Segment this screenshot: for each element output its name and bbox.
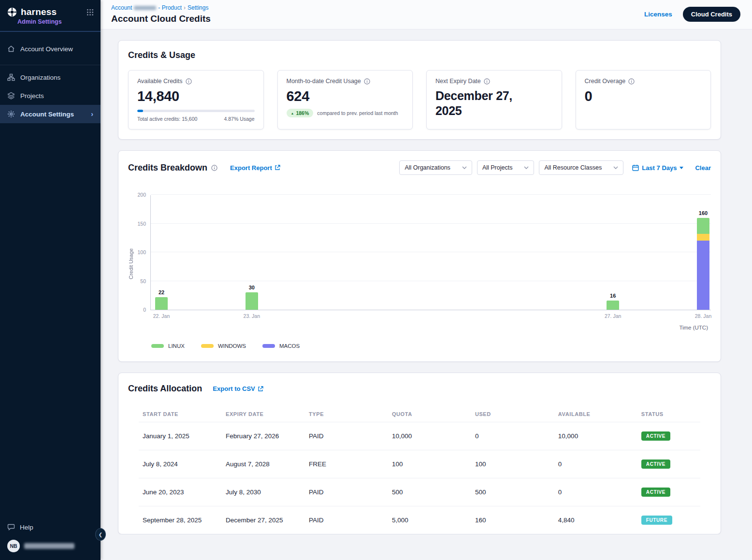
column-header: TYPE bbox=[305, 406, 388, 422]
mtd-usage-card: Month-to-date Credit Usage 624 ▲186% com… bbox=[277, 70, 413, 129]
info-icon[interactable] bbox=[484, 78, 490, 85]
available-credits-value: 14,840 bbox=[137, 88, 255, 104]
x-tick-label: 22. Jan bbox=[153, 313, 170, 319]
y-tick-label: 0 bbox=[143, 307, 146, 313]
column-header: AVAILABLE bbox=[554, 406, 637, 422]
breadcrumb-settings-link[interactable]: Settings bbox=[188, 4, 208, 11]
credits-allocation-title: Credits Allocation bbox=[128, 384, 202, 394]
allocation-table-body: January 1, 2025February 27, 2026PAID10,0… bbox=[139, 422, 700, 534]
chevron-down-icon bbox=[613, 166, 618, 169]
table-cell: 10,000 bbox=[554, 422, 637, 450]
table-cell: January 1, 2025 bbox=[139, 422, 222, 450]
sidebar-item-account-overview[interactable]: Account Overview bbox=[0, 40, 101, 58]
breadcrumb-separator: › bbox=[184, 4, 186, 11]
chart-bars: 2222. Jan3023. Jan1627. Jan16028. Jan bbox=[161, 195, 703, 310]
sidebar-item-label: Account Overview bbox=[20, 45, 73, 53]
external-link-icon bbox=[275, 165, 280, 171]
table-cell: 10,000 bbox=[388, 422, 471, 450]
table-cell: February 27, 2026 bbox=[222, 422, 305, 450]
credits-breakdown-chart: Credit Usage 050100150200 2222. Jan3023.… bbox=[128, 195, 711, 330]
bar-value-label: 16 bbox=[610, 293, 616, 299]
x-axis-label: Time (UTC) bbox=[150, 325, 711, 330]
breadcrumb-product-link[interactable]: - Product bbox=[158, 4, 182, 11]
bar-segment-macos bbox=[697, 241, 709, 310]
external-link-icon bbox=[258, 386, 263, 392]
sidebar-item-label: Account Settings bbox=[20, 111, 74, 118]
credits-usage-title: Credits & Usage bbox=[128, 50, 711, 60]
chart-bar-group[interactable]: 22 bbox=[155, 289, 168, 310]
y-axis-ticks: 050100150200 bbox=[134, 195, 150, 310]
caret-down-icon bbox=[680, 167, 683, 169]
cloud-credits-tab[interactable]: Cloud Credits bbox=[683, 7, 740, 22]
trend-badge: ▲186% bbox=[287, 109, 314, 117]
organizations-filter-select[interactable]: All Organizations bbox=[399, 160, 472, 175]
chart-bar-group[interactable]: 30 bbox=[246, 285, 258, 310]
sidebar-collapse-handle[interactable]: ❮ bbox=[95, 528, 106, 541]
gridline bbox=[151, 194, 711, 195]
next-expiry-label: Next Expiry Date bbox=[435, 78, 481, 85]
x-tick-label: 27. Jan bbox=[605, 313, 621, 319]
legend-item[interactable]: MACOS bbox=[262, 343, 300, 349]
table-cell: 0 bbox=[471, 422, 554, 450]
credits-usage-card: Credits & Usage Available Credits 14,840 bbox=[118, 40, 721, 140]
sidebar-item-label: Projects bbox=[20, 92, 44, 100]
chart-bar-group[interactable]: 16 bbox=[607, 293, 619, 310]
legend-swatch bbox=[201, 344, 214, 348]
usage-percent: 4.87% Usage bbox=[224, 116, 254, 122]
status-badge: ACTIVE bbox=[641, 431, 670, 441]
legend-item[interactable]: LINUX bbox=[151, 343, 185, 349]
table-cell: 0 bbox=[554, 450, 637, 478]
table-cell: PAID bbox=[305, 478, 388, 506]
y-axis-label: Credit Usage bbox=[128, 195, 134, 310]
table-cell: 160 bbox=[471, 506, 554, 534]
sidebar-item-organizations[interactable]: Organizations bbox=[0, 68, 101, 86]
table-row: June 20, 2023July 8, 2030PAID5005000ACTI… bbox=[139, 478, 700, 506]
legend-item[interactable]: WINDOWS bbox=[201, 343, 246, 349]
help-chat-icon bbox=[7, 523, 15, 531]
clear-filters-button[interactable]: Clear bbox=[695, 164, 711, 172]
legend-swatch bbox=[151, 344, 164, 348]
table-cell: FREE bbox=[305, 450, 388, 478]
licenses-tab[interactable]: Licenses bbox=[644, 11, 672, 18]
table-row: January 1, 2025February 27, 2026PAID10,0… bbox=[139, 422, 700, 450]
resource-classes-filter-select[interactable]: All Resource Classes bbox=[539, 160, 623, 175]
table-cell: December 27, 2025 bbox=[222, 506, 305, 534]
column-header: USED bbox=[471, 406, 554, 422]
info-icon[interactable] bbox=[628, 78, 635, 85]
date-range-picker[interactable]: Last 7 Days bbox=[632, 164, 683, 172]
app-grid-icon[interactable] bbox=[87, 9, 94, 16]
projects-filter-select[interactable]: All Projects bbox=[477, 160, 535, 175]
breadcrumb-account-link[interactable]: Account bbox=[111, 4, 132, 11]
user-profile[interactable]: NB bbox=[0, 536, 101, 560]
sidebar-item-account-settings[interactable]: Account Settings › bbox=[0, 105, 101, 123]
column-header: START DATE bbox=[139, 406, 222, 422]
gear-icon bbox=[7, 110, 15, 118]
sidebar-item-label: Organizations bbox=[20, 74, 60, 81]
y-tick-label: 150 bbox=[137, 221, 146, 227]
chart-plot: 2222. Jan3023. Jan1627. Jan16028. Jan bbox=[150, 195, 711, 310]
export-report-link[interactable]: Export Report bbox=[230, 164, 280, 172]
chevron-down-icon bbox=[462, 166, 467, 169]
table-cell: June 20, 2023 bbox=[139, 478, 222, 506]
info-icon[interactable] bbox=[364, 78, 370, 85]
harness-logo-icon bbox=[7, 7, 17, 17]
info-icon[interactable] bbox=[211, 165, 217, 171]
next-expiry-value: December 27, 2025 bbox=[435, 88, 532, 119]
sidebar-item-projects[interactable]: Projects bbox=[0, 86, 101, 105]
table-cell: 5,000 bbox=[388, 506, 471, 534]
credits-breakdown-card: Credits Breakdown Export Report All Orga… bbox=[118, 150, 721, 362]
info-icon[interactable] bbox=[186, 78, 192, 85]
compare-text: compared to prev. period last month bbox=[317, 110, 398, 116]
table-cell: 100 bbox=[471, 450, 554, 478]
table-row: July 8, 2024August 7, 2028FREE1001000ACT… bbox=[139, 450, 700, 478]
divider bbox=[0, 65, 101, 65]
export-csv-link[interactable]: Export to CSV bbox=[213, 385, 263, 392]
breadcrumb: Account - Product › Settings bbox=[111, 4, 211, 11]
bar-segment-windows bbox=[697, 234, 709, 241]
help-button[interactable]: Help bbox=[0, 518, 101, 536]
chevron-down-icon bbox=[524, 166, 529, 169]
chart-bar-group[interactable]: 160 bbox=[697, 210, 709, 310]
credit-overage-label: Credit Overage bbox=[585, 78, 626, 85]
status-badge: ACTIVE bbox=[641, 488, 670, 497]
status-badge: ACTIVE bbox=[641, 459, 670, 469]
